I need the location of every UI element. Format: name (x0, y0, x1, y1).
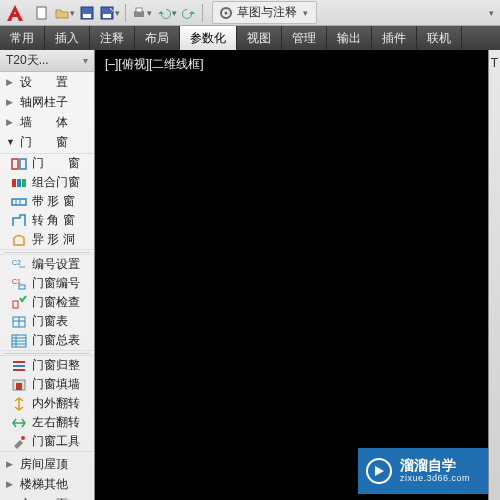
ribbon-tab-6[interactable]: 管理 (282, 26, 327, 50)
tools-icon (10, 434, 28, 450)
group-items-4: C2编号设置C1门窗编号门窗检查门窗表门窗总表 (0, 254, 94, 351)
palette-title: T20天... (6, 52, 49, 69)
triangle-right-icon: ▶ (6, 77, 14, 87)
group-header-1[interactable]: ▶轴网柱子 (0, 92, 94, 112)
saveas-dropdown-icon[interactable]: ▾ (115, 8, 120, 18)
svg-rect-10 (20, 159, 26, 169)
palette-item-label: 内外翻转 (32, 395, 80, 412)
group-header-8[interactable]: ▶立 面 (0, 494, 94, 500)
ribbon-tab-8[interactable]: 插件 (372, 26, 417, 50)
gear-icon (219, 6, 233, 20)
ribbon-tabs: 常用插入注释布局参数化视图管理输出插件联机 (0, 26, 500, 50)
redo-icon[interactable] (179, 3, 199, 23)
palette-item[interactable]: 门窗工具 (0, 432, 94, 451)
save-icon[interactable] (77, 3, 97, 23)
group-items-3: 门 窗组合门窗带 形 窗转 角 窗异 形 洞 (0, 153, 94, 250)
qat-overflow-icon[interactable]: ▾ (489, 8, 494, 18)
right-panel-collapsed[interactable]: T (488, 50, 500, 500)
open-icon[interactable] (52, 3, 72, 23)
ribbon-tab-3[interactable]: 布局 (135, 26, 180, 50)
palette-item-label: 异 形 洞 (32, 231, 75, 248)
palette-item[interactable]: 带 形 窗 (0, 192, 94, 211)
new-icon[interactable] (32, 3, 52, 23)
door-window-icon (10, 156, 28, 172)
flip-io-icon (10, 396, 28, 412)
triangle-right-icon: ▶ (6, 459, 14, 469)
print-icon[interactable] (129, 3, 149, 23)
odd-hole-icon (10, 232, 28, 248)
print-dropdown-icon[interactable]: ▾ (147, 8, 152, 18)
palette-item-label: 带 形 窗 (32, 193, 75, 210)
palette-item[interactable]: 门 窗 (0, 154, 94, 173)
group-header-2[interactable]: ▶墙 体 (0, 112, 94, 132)
workspace-selector[interactable]: 草图与注释 ▾ (212, 1, 317, 24)
watermark-title: 溜溜自学 (400, 458, 470, 473)
undo-dropdown-icon[interactable]: ▾ (172, 8, 177, 18)
check-icon (10, 295, 28, 311)
svg-rect-6 (136, 8, 142, 12)
group-label: 立 面 (20, 496, 68, 501)
palette-item[interactable]: 门窗表 (0, 312, 94, 331)
group-label: 墙 体 (20, 114, 68, 131)
palette-item-label: 门窗编号 (32, 275, 80, 292)
right-panel-label: T (491, 56, 498, 70)
palette-item-label: 门窗归整 (32, 357, 80, 374)
palette-item[interactable]: C2编号设置 (0, 255, 94, 274)
svg-rect-2 (83, 14, 91, 18)
palette-item[interactable]: 内外翻转 (0, 394, 94, 413)
arrange-icon (10, 358, 28, 374)
palette-item[interactable]: C1门窗编号 (0, 274, 94, 293)
workspace-label: 草图与注释 (237, 4, 297, 21)
ribbon-tab-5[interactable]: 视图 (237, 26, 282, 50)
svg-rect-11 (12, 179, 16, 187)
fill-icon (10, 377, 28, 393)
svg-text:C1: C1 (12, 278, 21, 285)
viewport-label[interactable]: [–][俯视][二维线框] (105, 56, 204, 73)
group-label: 房间屋顶 (20, 456, 68, 473)
ribbon-tab-4[interactable]: 参数化 (180, 26, 237, 50)
palette-item[interactable]: 门窗总表 (0, 331, 94, 350)
group-header-0[interactable]: ▶设 置 (0, 72, 94, 92)
saveas-icon[interactable] (97, 3, 117, 23)
ribbon-tab-0[interactable]: 常用 (0, 26, 45, 50)
palette-item[interactable]: 左右翻转 (0, 413, 94, 432)
palette-item[interactable]: 异 形 洞 (0, 230, 94, 249)
group-header-7[interactable]: ▶楼梯其他 (0, 474, 94, 494)
svg-point-34 (21, 436, 25, 440)
divider (4, 353, 90, 354)
palette-item[interactable]: 转 角 窗 (0, 211, 94, 230)
quick-access-toolbar: ▾ ▾ ▾ ▾ 草图与注释 ▾ ▾ (0, 0, 500, 26)
palette-item[interactable]: 门窗归整 (0, 356, 94, 375)
palette-menu-icon[interactable]: ▾ (83, 55, 88, 66)
palette-item-label: 组合门窗 (32, 174, 80, 191)
svg-rect-14 (12, 199, 26, 205)
svg-rect-9 (12, 159, 18, 169)
open-dropdown-icon[interactable]: ▾ (70, 8, 75, 18)
combo-icon (10, 175, 28, 191)
table-all-icon (10, 333, 28, 349)
palette-item[interactable]: 门窗检查 (0, 293, 94, 312)
triangle-right-icon: ▶ (6, 479, 14, 489)
svg-text:C2: C2 (12, 259, 21, 266)
palette-title-bar[interactable]: T20天... ▾ (0, 50, 94, 72)
svg-point-8 (225, 11, 228, 14)
svg-rect-19 (19, 285, 25, 289)
palette-item-label: 编号设置 (32, 256, 80, 273)
svg-rect-0 (37, 7, 46, 19)
palette-item[interactable]: 门窗填墙 (0, 375, 94, 394)
divider (4, 252, 90, 253)
svg-rect-20 (13, 301, 18, 308)
undo-icon[interactable] (154, 3, 174, 23)
drawing-canvas[interactable]: [–][俯视][二维线框] 溜溜自学 zixue.3d66.com (95, 50, 488, 500)
group-header-6[interactable]: ▶房间屋顶 (0, 454, 94, 474)
svg-rect-33 (16, 383, 22, 390)
table-icon (10, 314, 28, 330)
group-header-3[interactable]: ▼门 窗 (0, 132, 94, 152)
ribbon-tab-2[interactable]: 注释 (90, 26, 135, 50)
svg-rect-12 (17, 179, 21, 187)
palette-item[interactable]: 组合门窗 (0, 173, 94, 192)
ribbon-tab-1[interactable]: 插入 (45, 26, 90, 50)
ribbon-tab-7[interactable]: 输出 (327, 26, 372, 50)
ribbon-tab-9[interactable]: 联机 (417, 26, 462, 50)
num-set-icon: C2 (10, 257, 28, 273)
